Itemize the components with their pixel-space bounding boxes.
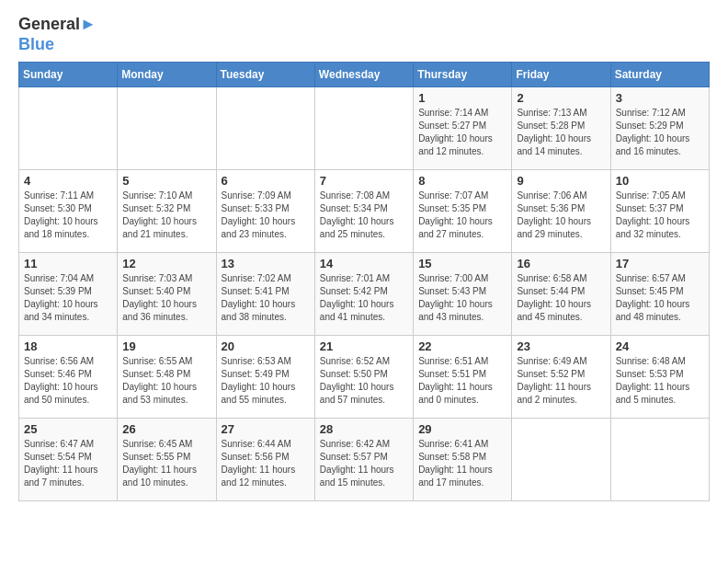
day-number: 20 [222, 339, 310, 353]
calendar-day-cell: 1Sunrise: 7:14 AM Sunset: 5:27 PM Daylig… [414, 87, 512, 170]
day-number: 12 [122, 257, 210, 270]
calendar-day-cell [314, 87, 413, 170]
calendar-day-cell: 23Sunrise: 6:49 AM Sunset: 5:52 PM Dayli… [512, 336, 610, 419]
day-number: 4 [24, 174, 112, 188]
calendar-header-row: SundayMondayTuesdayWednesdayThursdayFrid… [19, 63, 710, 87]
day-number: 5 [122, 174, 210, 188]
calendar-day-cell: 13Sunrise: 7:02 AM Sunset: 5:41 PM Dayli… [216, 253, 314, 336]
calendar-day-cell: 3Sunrise: 7:12 AM Sunset: 5:29 PM Daylig… [610, 87, 709, 170]
day-number: 15 [418, 257, 506, 270]
day-info: Sunrise: 7:14 AM Sunset: 5:27 PM Dayligh… [418, 107, 506, 158]
day-of-week-header: Friday [512, 63, 610, 87]
calendar-day-cell: 15Sunrise: 7:00 AM Sunset: 5:43 PM Dayli… [414, 253, 512, 336]
day-info: Sunrise: 7:06 AM Sunset: 5:36 PM Dayligh… [517, 190, 605, 241]
logo-subtext: Blue [18, 35, 97, 55]
day-number: 13 [222, 257, 310, 270]
day-number: 10 [616, 174, 704, 188]
calendar-day-cell [512, 419, 610, 501]
day-number: 23 [517, 339, 605, 353]
day-number: 6 [222, 174, 310, 188]
calendar-week-row: 18Sunrise: 6:56 AM Sunset: 5:46 PM Dayli… [19, 336, 710, 419]
day-info: Sunrise: 6:48 AM Sunset: 5:53 PM Dayligh… [616, 355, 704, 407]
calendar-day-cell: 12Sunrise: 7:03 AM Sunset: 5:40 PM Dayli… [118, 253, 216, 336]
day-of-week-header: Monday [118, 63, 216, 87]
day-of-week-header: Tuesday [216, 63, 314, 87]
day-number: 7 [320, 174, 408, 188]
calendar-day-cell: 9Sunrise: 7:06 AM Sunset: 5:36 PM Daylig… [512, 170, 610, 253]
day-number: 2 [517, 91, 605, 105]
day-info: Sunrise: 7:13 AM Sunset: 5:28 PM Dayligh… [517, 107, 605, 158]
day-number: 1 [418, 91, 506, 105]
day-number: 16 [517, 257, 605, 270]
day-info: Sunrise: 7:02 AM Sunset: 5:41 PM Dayligh… [222, 272, 310, 324]
day-number: 22 [418, 339, 506, 353]
calendar-day-cell: 16Sunrise: 6:58 AM Sunset: 5:44 PM Dayli… [512, 253, 610, 336]
day-number: 28 [320, 422, 408, 436]
day-info: Sunrise: 6:47 AM Sunset: 5:54 PM Dayligh… [24, 438, 112, 489]
day-number: 9 [517, 174, 605, 188]
calendar-day-cell: 4Sunrise: 7:11 AM Sunset: 5:30 PM Daylig… [19, 170, 118, 253]
calendar-day-cell: 10Sunrise: 7:05 AM Sunset: 5:37 PM Dayli… [610, 170, 709, 253]
day-number: 19 [122, 339, 210, 353]
day-info: Sunrise: 7:10 AM Sunset: 5:32 PM Dayligh… [122, 190, 210, 241]
calendar-day-cell: 14Sunrise: 7:01 AM Sunset: 5:42 PM Dayli… [314, 253, 413, 336]
day-of-week-header: Saturday [610, 63, 709, 87]
calendar-day-cell: 7Sunrise: 7:08 AM Sunset: 5:34 PM Daylig… [314, 170, 413, 253]
calendar-day-cell: 6Sunrise: 7:09 AM Sunset: 5:33 PM Daylig… [216, 170, 314, 253]
day-info: Sunrise: 7:08 AM Sunset: 5:34 PM Dayligh… [320, 190, 408, 241]
day-number: 24 [616, 339, 704, 353]
calendar-day-cell: 17Sunrise: 6:57 AM Sunset: 5:45 PM Dayli… [610, 253, 709, 336]
day-info: Sunrise: 7:05 AM Sunset: 5:37 PM Dayligh… [616, 190, 704, 241]
day-info: Sunrise: 7:00 AM Sunset: 5:43 PM Dayligh… [418, 272, 506, 324]
day-number: 8 [418, 174, 506, 188]
day-number: 29 [418, 422, 506, 436]
day-info: Sunrise: 6:56 AM Sunset: 5:46 PM Dayligh… [24, 355, 112, 407]
calendar-day-cell: 11Sunrise: 7:04 AM Sunset: 5:39 PM Dayli… [19, 253, 118, 336]
day-info: Sunrise: 7:04 AM Sunset: 5:39 PM Dayligh… [24, 272, 112, 324]
logo-text: General► [18, 15, 97, 35]
calendar-day-cell: 19Sunrise: 6:55 AM Sunset: 5:48 PM Dayli… [118, 336, 216, 419]
day-number: 21 [320, 339, 408, 353]
calendar-week-row: 4Sunrise: 7:11 AM Sunset: 5:30 PM Daylig… [19, 170, 710, 253]
day-info: Sunrise: 7:03 AM Sunset: 5:40 PM Dayligh… [122, 272, 210, 324]
calendar-day-cell: 5Sunrise: 7:10 AM Sunset: 5:32 PM Daylig… [118, 170, 216, 253]
calendar-week-row: 1Sunrise: 7:14 AM Sunset: 5:27 PM Daylig… [19, 87, 710, 170]
calendar-day-cell: 8Sunrise: 7:07 AM Sunset: 5:35 PM Daylig… [414, 170, 512, 253]
day-info: Sunrise: 7:07 AM Sunset: 5:35 PM Dayligh… [418, 190, 506, 241]
day-info: Sunrise: 6:52 AM Sunset: 5:50 PM Dayligh… [320, 355, 408, 407]
day-number: 26 [122, 422, 210, 436]
calendar-table: SundayMondayTuesdayWednesdayThursdayFrid… [18, 62, 710, 501]
day-info: Sunrise: 7:09 AM Sunset: 5:33 PM Dayligh… [222, 190, 310, 241]
calendar-day-cell: 21Sunrise: 6:52 AM Sunset: 5:50 PM Dayli… [314, 336, 413, 419]
day-info: Sunrise: 6:45 AM Sunset: 5:55 PM Dayligh… [122, 438, 210, 489]
day-number: 14 [320, 257, 408, 270]
day-info: Sunrise: 6:42 AM Sunset: 5:57 PM Dayligh… [320, 438, 408, 489]
calendar-day-cell: 20Sunrise: 6:53 AM Sunset: 5:49 PM Dayli… [216, 336, 314, 419]
day-info: Sunrise: 6:57 AM Sunset: 5:45 PM Dayligh… [616, 272, 704, 324]
day-of-week-header: Wednesday [314, 63, 413, 87]
calendar-week-row: 25Sunrise: 6:47 AM Sunset: 5:54 PM Dayli… [19, 419, 710, 501]
calendar-day-cell: 18Sunrise: 6:56 AM Sunset: 5:46 PM Dayli… [19, 336, 118, 419]
day-info: Sunrise: 6:58 AM Sunset: 5:44 PM Dayligh… [517, 272, 605, 324]
day-number: 27 [222, 422, 310, 436]
day-info: Sunrise: 7:12 AM Sunset: 5:29 PM Dayligh… [616, 107, 704, 158]
calendar-day-cell [216, 87, 314, 170]
day-number: 25 [24, 422, 112, 436]
day-info: Sunrise: 6:55 AM Sunset: 5:48 PM Dayligh… [122, 355, 210, 407]
day-number: 11 [24, 257, 112, 270]
page-header: General► Blue [18, 15, 710, 54]
calendar-day-cell [118, 87, 216, 170]
calendar-day-cell: 22Sunrise: 6:51 AM Sunset: 5:51 PM Dayli… [414, 336, 512, 419]
day-number: 17 [616, 257, 704, 270]
day-info: Sunrise: 7:01 AM Sunset: 5:42 PM Dayligh… [320, 272, 408, 324]
calendar-day-cell: 25Sunrise: 6:47 AM Sunset: 5:54 PM Dayli… [19, 419, 118, 501]
day-number: 18 [24, 339, 112, 353]
day-of-week-header: Thursday [414, 63, 512, 87]
day-info: Sunrise: 6:41 AM Sunset: 5:58 PM Dayligh… [418, 438, 506, 489]
calendar-day-cell: 29Sunrise: 6:41 AM Sunset: 5:58 PM Dayli… [414, 419, 512, 501]
day-info: Sunrise: 6:51 AM Sunset: 5:51 PM Dayligh… [418, 355, 506, 407]
calendar-day-cell: 26Sunrise: 6:45 AM Sunset: 5:55 PM Dayli… [118, 419, 216, 501]
calendar-day-cell [610, 419, 709, 501]
logo: General► Blue [18, 15, 97, 54]
day-info: Sunrise: 6:53 AM Sunset: 5:49 PM Dayligh… [222, 355, 310, 407]
